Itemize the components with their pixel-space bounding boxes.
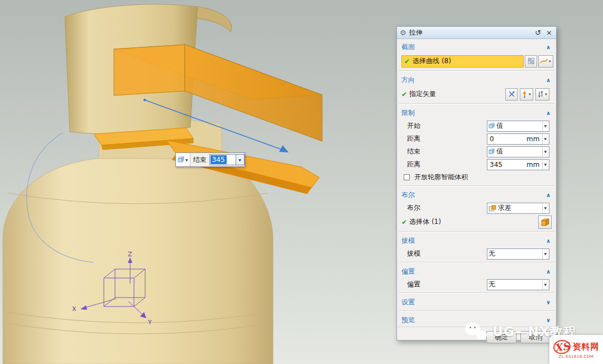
mini-input-label: 结束 (190, 155, 209, 165)
chevron-up-icon[interactable]: ∧ (546, 269, 551, 275)
start-distance-field[interactable]: 0 mm ▼ (487, 133, 549, 145)
start-option-value: 值 (496, 121, 540, 131)
dropdown-caret-icon: ▼ (542, 160, 548, 170)
mini-input-dropdown[interactable]: ▼ (236, 154, 245, 165)
group-separator (399, 310, 554, 312)
double-arrow-icon (537, 90, 544, 98)
end-option-dropdown[interactable]: 值 ▼ (487, 146, 549, 157)
section-header-direction[interactable]: 方向 ∧ (397, 73, 556, 87)
select-curve-field[interactable]: ✔ 选择曲线 (8) (401, 55, 524, 68)
reset-icon[interactable]: ↺ (534, 29, 542, 36)
dialog-title: 拉伸 (409, 28, 423, 37)
value-cube-icon (489, 123, 495, 129)
group-separator (399, 70, 554, 71)
select-curve-label: 选择曲线 (8) (413, 56, 451, 66)
offset-label: 偏置 (407, 280, 420, 289)
end-option-value: 值 (496, 147, 540, 156)
start-distance-row: 距离 0 mm ▼ (397, 132, 556, 145)
chevron-up-icon[interactable]: ∧ (546, 192, 551, 198)
tank-body[interactable] (3, 159, 273, 364)
gear-icon: ⚙ (400, 29, 406, 36)
section-header-offset[interactable]: 偏置 ∧ (397, 265, 556, 278)
open-profile-row: 开放轮廓智能体积 (397, 171, 556, 184)
axis-label-z: Z (128, 251, 132, 258)
dropdown-caret-icon: ▼ (185, 158, 188, 162)
start-row: 开始 值 ▼ (397, 119, 556, 132)
offset-header-label: 偏置 (401, 267, 415, 276)
start-option-dropdown[interactable]: 值 ▼ (487, 121, 549, 132)
limits-header-label: 限制 (401, 108, 415, 118)
specify-vector-label: 指定矢量 (409, 89, 436, 99)
application-window: Z X Y ▼ 结束 345 ▼ ⚙ 拉伸 ↺ × (0, 0, 603, 364)
start-distance-label: 距离 (407, 134, 420, 143)
section-header-draft[interactable]: 拔模 ∧ (397, 234, 556, 247)
value-cube-icon (489, 149, 495, 155)
dialog-titlebar[interactable]: ⚙ 拉伸 ↺ × (397, 27, 556, 39)
boolean-row: 布尔 求差 ▼ (397, 202, 556, 214)
curve-options-icon[interactable]: ▼ (538, 55, 553, 68)
dropdown-caret-icon: ▼ (548, 60, 552, 63)
mini-input-selected-value: 345 (210, 155, 227, 164)
offset-option-value: 无 (489, 280, 540, 289)
dropdown-caret-icon: ▼ (542, 147, 548, 157)
mini-input-field[interactable]: 345 (209, 154, 236, 165)
open-profile-label: 开放轮廓智能体积 (414, 173, 468, 182)
value-option-button[interactable]: ▼ (176, 153, 190, 166)
dropdown-caret-icon: ▼ (542, 249, 548, 259)
subtract-boolean-icon (489, 205, 496, 212)
cancel-button[interactable]: 取消 (520, 331, 551, 343)
solid-end-face[interactable] (114, 45, 185, 95)
site-logo: XS 资料网 ZL.XS1616.COM (549, 335, 603, 364)
section-header-boolean[interactable]: 布尔 ∧ (397, 188, 556, 202)
orange-cube-icon (540, 218, 550, 227)
chevron-up-icon[interactable]: ∧ (546, 77, 551, 83)
section-header-section[interactable]: 截面 ∧ (397, 40, 556, 54)
group-separator (399, 262, 554, 263)
axis-label-x: X (72, 305, 76, 313)
dropdown-caret-icon: ▼ (544, 93, 548, 96)
curve-rule-icon[interactable] (525, 55, 537, 68)
dialog-button-row: 确定 取消 (397, 327, 556, 348)
draft-option-dropdown[interactable]: 无 ▼ (487, 248, 549, 260)
group-separator (399, 231, 554, 232)
boolean-label: 布尔 (407, 203, 420, 213)
grid-icon (528, 58, 535, 65)
chevron-up-icon[interactable]: ∧ (546, 44, 551, 50)
inferred-vector-icon[interactable]: ▼ (520, 88, 533, 100)
section-header-preview[interactable]: 预览 ∨ (397, 313, 556, 327)
value-cube-icon (178, 156, 184, 163)
offset-option-dropdown[interactable]: 无 ▼ (487, 279, 549, 290)
preview-header-label: 预览 (401, 315, 415, 325)
check-icon: ✔ (401, 91, 407, 98)
chevron-up-icon[interactable]: ∧ (546, 110, 551, 116)
dropdown-caret-icon: ▼ (542, 203, 548, 213)
end-distance-unit: mm (527, 161, 540, 169)
open-profile-checkbox[interactable] (404, 174, 410, 180)
end-distance-value: 345 (489, 161, 525, 169)
logo-name: 资料网 (573, 342, 600, 352)
logo-url: ZL.XS1616.COM (558, 355, 594, 359)
group-separator (399, 185, 554, 186)
draft-option-value: 无 (489, 249, 540, 258)
chevron-down-icon[interactable]: ∨ (546, 299, 551, 305)
end-distance-field[interactable]: 345 mm ▼ (487, 159, 549, 170)
axis-label-y: Y (147, 319, 152, 326)
chevron-up-icon[interactable]: ∧ (546, 238, 551, 244)
ok-button[interactable]: 确定 (486, 331, 516, 343)
check-icon: ✔ (404, 58, 410, 65)
end-row: 结束 值 ▼ (397, 145, 556, 158)
reverse-direction-icon[interactable]: ▼ (535, 88, 549, 100)
section-header-settings[interactable]: 设置 ∨ (397, 295, 556, 309)
extrude-dialog: ⚙ 拉伸 ↺ × 截面 ∧ ✔ 选择曲线 (8) (396, 26, 557, 341)
vector-arrow-icon (521, 90, 528, 98)
chevron-down-icon[interactable]: ∨ (546, 317, 551, 323)
solid-body-icon[interactable] (538, 215, 552, 229)
section-header-limits[interactable]: 限制 ∧ (397, 106, 556, 119)
logo-monogram: XS (552, 339, 571, 355)
start-label: 开始 (407, 121, 420, 131)
close-icon[interactable]: × (545, 29, 553, 36)
draft-label: 拔模 (407, 249, 420, 258)
vector-dialog-icon[interactable] (505, 88, 518, 100)
boolean-option-dropdown[interactable]: 求差 ▼ (487, 203, 549, 214)
boolean-header-label: 布尔 (401, 190, 415, 200)
